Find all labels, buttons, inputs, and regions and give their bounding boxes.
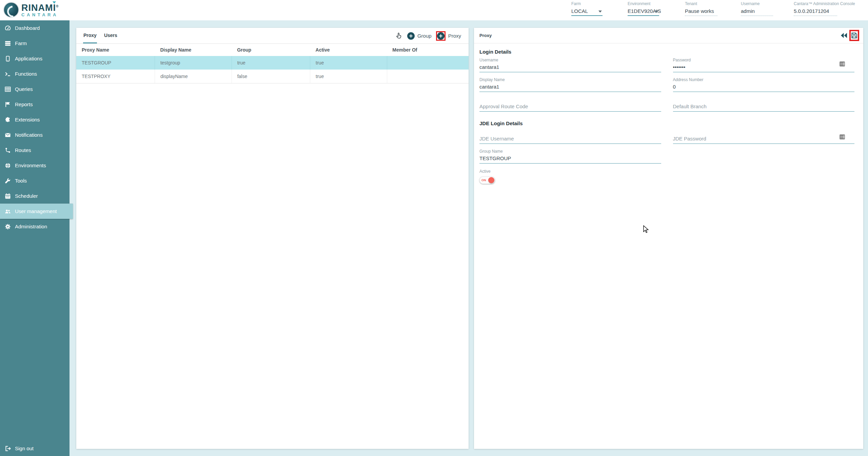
dropdown-arrow-icon [655,11,658,13]
login-details-title: Login Details [479,49,854,55]
username-value: admin [741,7,773,15]
display-name-input[interactable]: Display Name cantara1 [479,77,661,92]
annotation-box-add-proxy [436,31,446,41]
environment-fields: Farm LOCAL Environment E1DEV920AIS Tenan… [0,1,868,19]
detail-title: Proxy [479,33,840,38]
select-hand-button[interactable] [395,32,403,40]
dashboard-icon [4,25,11,31]
username-label: Username [741,1,773,7]
proxy-list-panel: Proxy Users Group Proxy Proxy Name Displ… [76,28,469,449]
sidebar-item-functions[interactable]: Functions [0,66,70,81]
server-icon [4,40,11,46]
jde-password-input[interactable]: JDE Password [673,129,855,144]
sidebar-item-applications[interactable]: Applications [0,51,70,66]
add-group-button[interactable]: Group [407,32,432,40]
column-header-display-name: Display Name [155,44,232,56]
proxy-form: Login Details Username cantara1 Password… [474,49,863,184]
group-name-input[interactable]: Group Name TESTGROUP [479,149,661,164]
mouse-cursor-icon [643,225,650,234]
proxy-detail-panel: Proxy Login Details Username cantara1 Pa… [474,28,863,449]
collapse-panel-button[interactable] [840,33,848,38]
rewind-icon [840,33,848,38]
sidebar-item-queries[interactable]: Queries [0,81,70,97]
farm-value: LOCAL [571,7,603,15]
puzzle-icon [4,117,11,123]
table-icon [4,86,11,92]
address-number-input[interactable]: Address Number 0 [673,77,855,92]
column-header-proxy-name: Proxy Name [76,44,155,56]
toggle-knob-icon [488,177,494,183]
sidebar-item-farm[interactable]: Farm [0,36,70,51]
gear-icon [4,224,11,230]
sidebar-item-user-management[interactable]: User management [0,204,73,219]
detail-header: Proxy [474,28,863,43]
username-field[interactable]: Username admin [741,1,773,16]
sidebar-item-reports[interactable]: Reports [0,97,70,112]
terminal-icon [4,71,11,77]
password-input[interactable]: Password ••••••• [673,57,855,72]
column-header-group: Group [232,44,310,56]
dropdown-arrow-icon [598,11,602,13]
hand-pointer-icon [395,32,403,40]
sidebar-item-administration[interactable]: Administration [0,219,70,234]
username-input[interactable]: Username cantara1 [479,57,661,72]
sidebar: Dashboard Farm Applications Functions Qu… [0,20,70,456]
route-icon [4,147,11,153]
calendar-icon [4,193,11,199]
default-branch-input[interactable]: Default Branch [673,97,855,112]
farm-label: Farm [571,1,603,7]
active-toggle[interactable]: ON [479,176,495,184]
tenant-field[interactable]: Tenant Pause works [685,1,717,16]
save-button[interactable] [851,32,857,39]
column-header-member-of: Member Of [387,44,469,56]
jde-username-input[interactable]: JDE Username [479,129,661,144]
sidebar-item-scheduler[interactable]: Scheduler [0,188,70,204]
sign-out-icon [4,445,11,452]
tab-proxy[interactable]: Proxy [83,28,97,43]
proxy-table: Proxy Name Display Name Group Active Mem… [76,44,469,83]
environment-value: E1DEV920AIS [628,7,659,15]
active-label: Active [479,169,854,175]
sidebar-item-dashboard[interactable]: Dashboard [0,20,70,36]
tenant-label: Tenant [685,1,717,7]
environment-label: Environment [628,1,659,7]
farm-select[interactable]: Farm LOCAL [571,1,603,16]
top-bar: RINAMI® CANTARA Farm LOCAL Environment E… [0,0,868,20]
save-floppy-icon [851,32,857,39]
plus-icon [407,32,415,40]
keyboard-icon[interactable] [840,61,845,68]
table-header-row: Proxy Name Display Name Group Active Mem… [76,44,469,56]
sign-out-button[interactable]: Sign out [0,441,70,456]
console-version-field: Cantara™ Administration Console 5.0.0.20… [794,1,837,16]
device-icon [4,56,11,62]
plus-icon [437,32,445,40]
flag-icon [4,101,11,108]
wrench-icon [4,178,11,184]
tenant-value: Pause works [685,7,717,15]
toggle-on-label: ON [481,178,486,182]
console-label: Cantara™ Administration Console [794,1,837,7]
add-proxy-button[interactable]: Proxy [436,31,461,41]
jde-login-details-title: JDE Login Details [479,120,854,126]
console-version-value: 5.0.0.20171204 [794,7,837,15]
tab-users[interactable]: Users [104,28,118,43]
table-row-testgroup[interactable]: TESTGROUP testgroup true true [76,56,469,70]
column-header-active: Active [310,44,387,56]
active-toggle-block: Active ON [479,169,854,184]
sidebar-item-routes[interactable]: Routes [0,142,70,158]
list-toolbar: Proxy Users Group Proxy [76,28,469,44]
sidebar-item-extensions[interactable]: Extensions [0,112,70,127]
people-icon [4,208,11,214]
annotation-box-save [849,30,859,41]
list-tabs: Proxy Users [83,28,124,43]
envelope-icon [4,132,11,138]
sidebar-item-tools[interactable]: Tools [0,173,70,188]
table-row-testproxy[interactable]: TESTPROXY displayName false true [76,70,469,83]
sidebar-item-environments[interactable]: Environments [0,158,70,173]
sidebar-item-notifications[interactable]: Notifications [0,127,70,142]
approval-route-code-input[interactable]: Approval Route Code [479,97,661,112]
keyboard-icon[interactable] [840,134,845,141]
environment-select[interactable]: Environment E1DEV920AIS [628,1,659,16]
globe-icon [4,163,11,169]
